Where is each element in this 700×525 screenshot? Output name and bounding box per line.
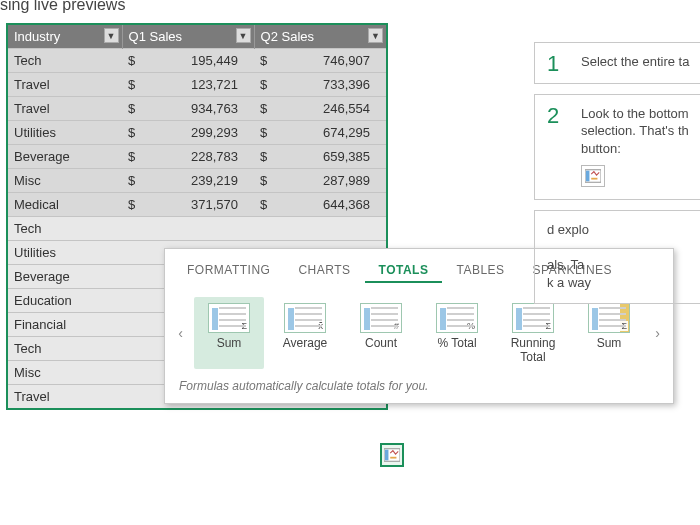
option-thumbnail-icon: x̄ (284, 303, 326, 333)
cell-q1: 934,763 (141, 97, 254, 121)
cell-industry: Financial (8, 313, 122, 337)
option-thumbnail-icon: Σ (208, 303, 250, 333)
cell-cur: $ (122, 193, 141, 217)
cell-industry: Tech (8, 49, 122, 73)
filter-dropdown-icon[interactable]: ▼ (104, 28, 119, 43)
cell-industry: Travel (8, 73, 122, 97)
option-label: % Total (422, 337, 492, 351)
cell-q2: 644,368 (273, 193, 386, 217)
cell-cur: $ (254, 193, 273, 217)
cell-cur: $ (254, 169, 273, 193)
table-row[interactable]: Travel$934,763$246,554 (8, 97, 386, 121)
cell-q1: 195,449 (141, 49, 254, 73)
cell-industry: Misc (8, 169, 122, 193)
option-%-total[interactable]: %% Total (422, 297, 492, 369)
svg-rect-2 (390, 457, 396, 459)
cell-cur: $ (122, 145, 141, 169)
tab-totals[interactable]: TOTALS (365, 259, 443, 283)
scroll-left-arrow-icon[interactable]: ‹ (173, 303, 188, 363)
cell-industry: Travel (8, 385, 122, 409)
cell-industry: Beverage (8, 265, 122, 289)
option-count[interactable]: #Count (346, 297, 416, 369)
instruction-steps: 1 Select the entire ta 2 Look to the bot… (534, 42, 700, 314)
option-label: Sum (574, 337, 644, 351)
cell-cur: $ (122, 73, 141, 97)
cell-cur: $ (122, 121, 141, 145)
step-text: Look to the bottom selection. That's th … (581, 105, 700, 158)
option-label: Count (346, 337, 416, 351)
svg-rect-1 (385, 450, 389, 461)
cell-industry: Medical (8, 193, 122, 217)
table-row[interactable]: Tech$195,449$746,907 (8, 49, 386, 73)
step-text: Select the entire ta (581, 53, 700, 71)
table-header: Industry▼ Q1 Sales▼ Q2 Sales▼ (8, 25, 386, 49)
cell-q1: 228,783 (141, 145, 254, 169)
cell-industry: Beverage (8, 145, 122, 169)
option-label: Average (270, 337, 340, 351)
table-row[interactable]: Misc$239,219$287,989 (8, 169, 386, 193)
quick-analysis-icon (384, 448, 400, 462)
svg-rect-5 (591, 178, 597, 180)
option-thumbnail-icon: % (436, 303, 478, 333)
cell-industry: Education (8, 289, 122, 313)
cell-q2: 746,907 (273, 49, 386, 73)
step-text: d explo als, Ta k a way (547, 221, 700, 291)
option-label: Sum (194, 337, 264, 351)
table-row[interactable]: Travel$123,721$733,396 (8, 73, 386, 97)
tab-tables[interactable]: TABLES (442, 259, 518, 283)
page-title: sing live previews (0, 0, 125, 14)
cell-q1: 239,219 (141, 169, 254, 193)
quick-analysis-button[interactable] (380, 443, 404, 467)
step-number: 2 (547, 103, 559, 129)
table-row[interactable]: Beverage$228,783$659,385 (8, 145, 386, 169)
cell-cur: $ (254, 121, 273, 145)
option-label: Running Total (498, 337, 568, 365)
col-q2[interactable]: Q2 Sales▼ (254, 25, 386, 49)
cell-industry: Tech (8, 217, 122, 241)
col-q1[interactable]: Q1 Sales▼ (122, 25, 254, 49)
tab-charts[interactable]: CHARTS (284, 259, 364, 283)
option-sum[interactable]: ΣSum (194, 297, 264, 369)
quick-analysis-icon-sample (581, 165, 605, 187)
table-row[interactable]: Utilities$299,293$674,295 (8, 121, 386, 145)
svg-rect-4 (586, 171, 590, 182)
table-row[interactable]: Tech (8, 217, 386, 241)
cell-q2: 733,396 (273, 73, 386, 97)
cell-q2: 287,989 (273, 169, 386, 193)
cell-cur: $ (254, 97, 273, 121)
cell-industry: Travel (8, 97, 122, 121)
cell-industry: Utilities (8, 241, 122, 265)
step-3: d explo als, Ta k a way (534, 210, 700, 304)
tab-formatting[interactable]: FORMATTING (173, 259, 284, 283)
cell-q2: 674,295 (273, 121, 386, 145)
col-industry[interactable]: Industry▼ (8, 25, 122, 49)
cell-cur: $ (122, 169, 141, 193)
cell-cur: $ (254, 145, 273, 169)
cell-cur: $ (122, 49, 141, 73)
cell-q1: 299,293 (141, 121, 254, 145)
option-thumbnail-icon: # (360, 303, 402, 333)
table-row[interactable]: Medical$371,570$644,368 (8, 193, 386, 217)
cell-q2: 659,385 (273, 145, 386, 169)
step-2: 2 Look to the bottom selection. That's t… (534, 94, 700, 201)
filter-dropdown-icon[interactable]: ▼ (368, 28, 383, 43)
cell-q1: 371,570 (141, 193, 254, 217)
cell-q2: 246,554 (273, 97, 386, 121)
cell-cur: $ (254, 73, 273, 97)
option-average[interactable]: x̄Average (270, 297, 340, 369)
filter-dropdown-icon[interactable]: ▼ (236, 28, 251, 43)
cell-cur: $ (122, 97, 141, 121)
step-number: 1 (547, 51, 559, 77)
callout-hint: Formulas automatically calculate totals … (173, 373, 665, 395)
step-1: 1 Select the entire ta (534, 42, 700, 84)
cell-cur: $ (254, 49, 273, 73)
cell-industry: Misc (8, 361, 122, 385)
cell-industry: Utilities (8, 121, 122, 145)
cell-q1: 123,721 (141, 73, 254, 97)
cell-industry: Tech (8, 337, 122, 361)
